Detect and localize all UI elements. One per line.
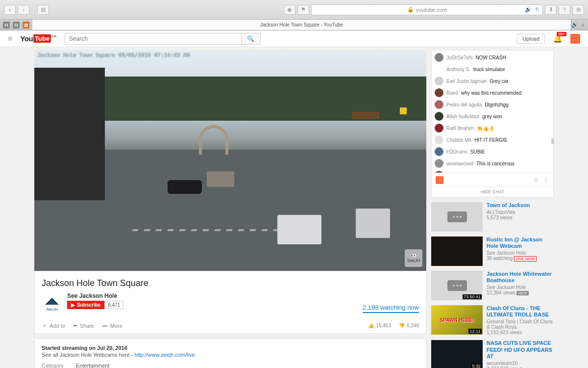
related-video-item[interactable]: 73:50:41Jackson Hole Whitewater Boathous…: [431, 271, 554, 300]
reload-icon[interactable]: ↻: [535, 6, 539, 13]
chat-username[interactable]: Allah huAckbur: [446, 114, 479, 119]
related-video-item[interactable]: Town of JacksonALLTripsVids5,573 views: [431, 202, 554, 232]
chat-more-icon[interactable]: ⋮: [543, 176, 549, 184]
chat-message-list[interactable]: JoShSe7eNNOW CRASHAnthony S.truck simula…: [432, 51, 553, 173]
search-input[interactable]: [65, 33, 241, 45]
related-thumbnail[interactable]: [431, 202, 483, 232]
video-title: Jackson Hole Town Square: [42, 278, 419, 289]
related-views: 35 watchingLIVE NOW: [487, 256, 554, 261]
chat-user-avatar[interactable]: [435, 112, 443, 121]
chat-user-avatar[interactable]: [435, 135, 443, 144]
chat-message: Chubbs M8HIT IT FERGIE: [435, 134, 550, 146]
account-avatar[interactable]: [570, 34, 580, 44]
chat-message: Allah huAckburgrey won: [435, 110, 550, 122]
guide-menu-icon[interactable]: ≡: [8, 34, 12, 43]
like-count: 15,453: [376, 323, 391, 328]
chat-user-avatar[interactable]: [435, 124, 443, 132]
chat-text: why was this recommended: [461, 90, 521, 96]
related-thumbnail[interactable]: [431, 237, 483, 266]
reader-icon[interactable]: ⚑: [297, 5, 309, 15]
share-icon[interactable]: ⇪: [559, 5, 570, 15]
sidebar-toggle-button[interactable]: ▥: [37, 5, 49, 15]
stream-start-date: Started streaming on Jul 20, 2016: [42, 345, 419, 351]
channel-avatar[interactable]: SeeJH: [42, 292, 62, 313]
logo-tube: Tube: [33, 34, 51, 43]
side-column: JoShSe7eNNOW CRASHAnthony S.truck simula…: [431, 50, 554, 368]
video-duration-badge: 5:32: [471, 364, 482, 368]
chat-username[interactable]: Pedro del aguila: [446, 102, 482, 107]
chat-username[interactable]: Raed: [446, 90, 458, 96]
related-channel: ALLTripsVids: [487, 210, 554, 215]
lock-icon: 🔒: [407, 6, 414, 13]
active-tab[interactable]: Jackson Hole Town Square - YouTube: [32, 20, 571, 30]
new-tab-button[interactable]: +: [581, 21, 585, 29]
tab-strip: M M ▦ Jackson Hole Town Square - YouTube…: [0, 20, 588, 30]
scrollbar-thumb[interactable]: [551, 138, 554, 144]
thumbs-up-icon[interactable]: 👍: [368, 323, 374, 328]
notifications-button[interactable]: 🔔 99+: [553, 34, 563, 43]
description-link[interactable]: http://www.seejh.com/live: [134, 352, 195, 358]
chat-user-avatar[interactable]: [435, 65, 443, 74]
chat-username[interactable]: wowiawcwid: [446, 161, 473, 166]
pinned-tab-icon[interactable]: ▦: [23, 22, 29, 28]
chat-message: Earl Justin lagmanGrey car: [435, 75, 550, 87]
related-video-item[interactable]: Rustic Inn @ Jackson Hole WebcamSee Jack…: [431, 237, 554, 266]
related-thumbnail[interactable]: 5:32: [431, 340, 483, 368]
video-player[interactable]: Jackson Hole Town Square 09/06/2016 07:1…: [34, 50, 426, 271]
related-video-item[interactable]: 5:32NASA CUTS LIVE SPACE FEED! HD UFO AP…: [431, 340, 554, 368]
related-title: Clash Of Clans - THE ULTIMATE TROLL BASE: [487, 305, 554, 318]
category-value[interactable]: Entertainment: [76, 363, 109, 368]
upload-button[interactable]: Upload: [517, 34, 545, 44]
chat-username[interactable]: Chubbs M8: [446, 137, 471, 143]
nav-forward-button[interactable]: ›: [18, 5, 29, 15]
chat-username[interactable]: Earl Justin lagman: [446, 79, 487, 84]
chat-user-avatar[interactable]: [435, 53, 443, 62]
related-channel: See Jackson Hole: [487, 250, 554, 256]
hide-chat-button[interactable]: HIDE CHAT: [432, 186, 553, 197]
play-icon: ▶: [71, 302, 75, 308]
audio-indicator-icon[interactable]: 🔊: [525, 6, 532, 13]
tab-audio-icon[interactable]: 🔊: [571, 22, 578, 28]
chat-user-avatar[interactable]: [435, 88, 443, 97]
related-thumbnail[interactable]: SPAWN HERE!12:11: [431, 305, 483, 335]
chat-text: NOW CRASH: [475, 55, 506, 60]
adblock-icon[interactable]: ◉: [284, 5, 295, 15]
pinned-tab-icon[interactable]: M: [3, 22, 10, 28]
chat-user-avatar[interactable]: [435, 147, 443, 156]
subscribe-button[interactable]: ▶ Subscribe: [67, 301, 104, 309]
related-thumbnail[interactable]: 73:50:41: [431, 271, 483, 300]
dislike-count: 6,248: [407, 323, 419, 328]
video-watermark: 👀 SeeJH: [405, 249, 422, 267]
search-button[interactable]: 🔍: [241, 33, 261, 45]
channel-name[interactable]: See Jackson Hole: [67, 292, 123, 299]
new-badge: NEW: [516, 291, 529, 295]
youtube-logo[interactable]: You Tube FR: [20, 34, 56, 43]
chat-username[interactable]: Rafil Ibrahim: [446, 126, 474, 131]
add-to-button[interactable]: ＋ Add to: [42, 322, 65, 329]
chat-username[interactable]: JoShSe7eN: [446, 55, 472, 60]
chat-username[interactable]: FDDrums: [446, 149, 467, 155]
description-box: Started streaming on Jul 20, 2016 See al…: [34, 339, 426, 368]
page-content: Jackson Hole Town Square 09/06/2016 07:1…: [0, 50, 588, 368]
pinned-tab-icon[interactable]: M: [13, 22, 20, 28]
chat-username[interactable]: Anthony S.: [446, 67, 470, 72]
chat-user-avatar[interactable]: [435, 159, 443, 168]
related-video-item[interactable]: SPAWN HERE!12:11Clash Of Clans - THE ULT…: [431, 305, 554, 335]
chat-user-avatar[interactable]: [435, 77, 443, 85]
thumbs-down-icon[interactable]: 👎: [399, 323, 405, 328]
related-views: 1,152,423 views: [487, 330, 554, 335]
tabs-overview-icon[interactable]: ⊞: [572, 5, 584, 15]
emoji-picker-icon[interactable]: ☺: [533, 176, 539, 184]
related-views: 5,573 views: [487, 215, 554, 220]
logo-locale: FR: [51, 34, 57, 39]
nav-back-button[interactable]: ‹: [4, 5, 16, 15]
chat-input-row: ☺ ⋮: [432, 173, 553, 186]
chat-user-avatar[interactable]: [435, 100, 443, 109]
download-icon[interactable]: ⬇: [545, 5, 557, 15]
chat-text: Grey car: [490, 79, 508, 84]
chat-text: HIT IT FERGIE: [474, 137, 507, 143]
url-bar[interactable]: 🔒 youtube.com 🔊 ↻: [311, 4, 543, 15]
share-button[interactable]: ➦ Share: [73, 322, 94, 329]
more-button[interactable]: ••• More: [102, 323, 122, 329]
related-views: 12,384 viewsNEW: [487, 290, 554, 295]
